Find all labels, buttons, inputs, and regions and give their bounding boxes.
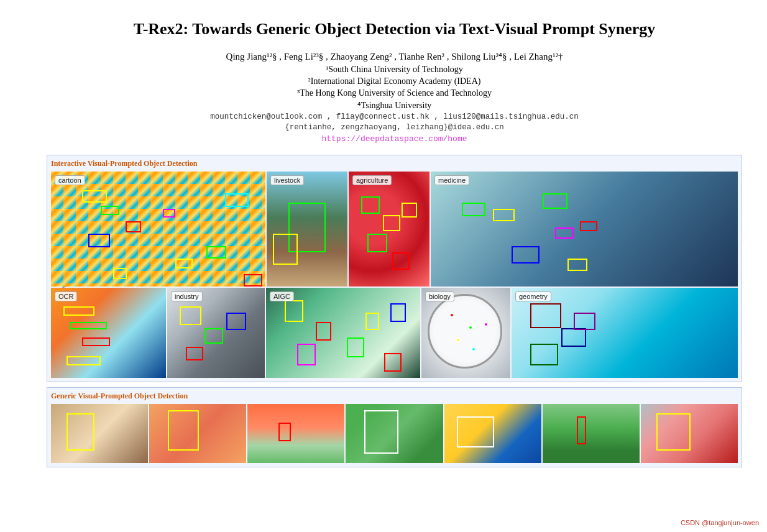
emails-line-2: {rentianhe, zengzhaoyang, leizhang}@idea… [47, 123, 742, 132]
figure1-box: Interactive Visual-Prompted Object Detec… [47, 155, 742, 382]
authors-section: Qing Jiang¹²§ , Feng Li²³§ , Zhaoyang Ze… [47, 51, 742, 144]
cell-livestock: livestock [267, 172, 347, 287]
cell-dog2 [149, 404, 246, 463]
cell-soccer [346, 404, 443, 463]
cell-dog1 [51, 404, 148, 463]
figure2-box: Generic Visual-Prompted Object Detection [47, 387, 742, 467]
csdn-watermark: CSDN @tangjunjun-owen [679, 518, 761, 527]
bbox-overlay-trophy [444, 404, 541, 463]
paper-title: T-Rex2: Towards Generic Object Detection… [47, 19, 742, 40]
label-ocr: OCR [55, 291, 77, 301]
cell-industry: industry [167, 288, 265, 378]
figure1-section: Interactive Visual-Prompted Object Detec… [47, 155, 742, 467]
cell-city [247, 404, 344, 463]
affiliation-4: ⁴Tsinghua University [47, 100, 742, 111]
bbox-overlay-field [543, 404, 640, 463]
affiliation-2: ²International Digital Economy Academy (… [47, 76, 742, 86]
cell-geometry: geometry [512, 288, 738, 378]
cell-trophy [444, 404, 541, 463]
cell-medicine: medicine [431, 172, 738, 287]
figure1-title: Interactive Visual-Prompted Object Detec… [51, 159, 738, 168]
figure1-bottom-row: OCR industry [51, 288, 738, 378]
cell-biology: biology [421, 288, 510, 378]
label-agriculture: agriculture [352, 175, 392, 185]
label-livestock: livestock [270, 175, 304, 185]
bbox-overlay-city [247, 404, 344, 463]
label-aigc: AIGC [270, 291, 294, 301]
bbox-overlay-dog1 [51, 404, 148, 463]
affiliation-1: ¹South China University of Technology [47, 65, 742, 75]
cell-agriculture: agriculture [349, 172, 429, 287]
figure2-grid [51, 404, 738, 463]
bbox-overlay-cartoon [51, 172, 265, 287]
bbox-overlay-crowd [641, 404, 738, 463]
label-industry: industry [171, 291, 203, 301]
cell-field [543, 404, 640, 463]
affiliation-3: ³The Hong Kong University of Science and… [47, 88, 742, 98]
figure2-title: Generic Visual-Prompted Object Detection [51, 392, 738, 401]
cell-crowd [641, 404, 738, 463]
authors-line: Qing Jiang¹²§ , Feng Li²³§ , Zhaoyang Ze… [47, 51, 742, 62]
paper-url[interactable]: https://deepdataspace.com/home [47, 134, 742, 144]
bbox-overlay-dog2 [149, 404, 246, 463]
label-geometry: geometry [515, 291, 551, 301]
bbox-overlay-agriculture [349, 172, 429, 287]
bbox-overlay-medicine [431, 172, 738, 287]
label-biology: biology [425, 291, 454, 301]
emails-line-1: mountchicken@outlook.com , fliay@connect… [47, 112, 742, 121]
bbox-overlay-livestock [267, 172, 347, 287]
cell-aigc: AIGC [266, 288, 420, 378]
bbox-overlay-soccer [346, 404, 443, 463]
cell-cartoon: cartoon [51, 172, 265, 287]
label-medicine: medicine [434, 175, 469, 185]
label-cartoon: cartoon [55, 175, 85, 185]
cell-ocr: OCR [51, 288, 166, 378]
